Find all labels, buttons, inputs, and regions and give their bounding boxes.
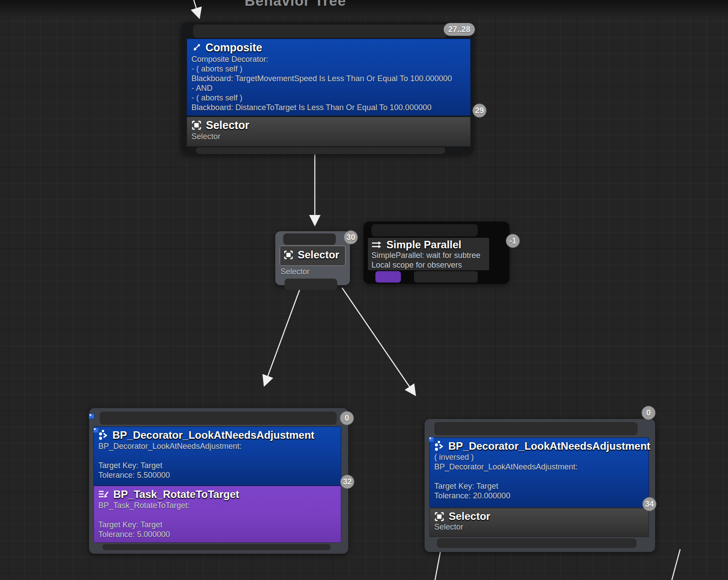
node-body-line: Tolerance: 20.000000 <box>430 491 649 501</box>
composite-decorator-panel[interactable]: Composite Composite Decorator: - ( abort… <box>187 39 471 116</box>
task-output-pin[interactable] <box>375 271 401 283</box>
input-connector-strip[interactable] <box>434 422 638 435</box>
node-decorator-selector[interactable]: BP_Decorator_LookAtNeedsAdjustment ( inv… <box>425 419 655 552</box>
input-connector-strip[interactable] <box>283 233 336 245</box>
input-connector-strip[interactable] <box>100 412 337 425</box>
output-connector-strip[interactable] <box>285 279 337 290</box>
node-body-line: BP_Task_RotateToTarget: <box>94 501 341 510</box>
graph-top-band <box>0 0 728 16</box>
selector-icon <box>283 250 294 260</box>
output-connector-strip[interactable] <box>102 544 331 550</box>
node-simple-parallel[interactable]: Simple Parallel SimpleParallel: wait for… <box>364 222 509 284</box>
exec-index-badge: 0 <box>340 411 354 425</box>
node-title: BP_Decorator_LookAtNeedsAdjustment <box>112 429 314 441</box>
node-title: Composite <box>205 41 262 54</box>
wire-root-to-composite <box>193 0 199 17</box>
node-body-line: - AND <box>187 83 470 93</box>
exec-index-badge: 0 <box>642 406 656 420</box>
node-body-line <box>430 472 649 481</box>
exec-index-badge: 34 <box>642 497 656 511</box>
node-body-line: BP_Decorator_LookAtNeedsAdjustment: <box>430 462 649 472</box>
exec-index-badge: -1 <box>506 234 520 248</box>
node-body-line: Tolerance: 5.000000 <box>94 530 341 539</box>
exec-index-badge: 27..28 <box>443 23 475 36</box>
composite-selector-panel[interactable]: Selector Selector <box>187 117 471 147</box>
node-body-line: Target Key: Target <box>430 481 649 491</box>
node-body-line: ( inversed ) <box>430 452 649 462</box>
node-decorator-rotate-to-target[interactable]: BP_Decorator_LookAtNeedsAdjustment BP_De… <box>89 408 348 554</box>
blueprint-decorator-icon <box>434 440 444 452</box>
behavior-tree-graph-canvas[interactable]: Behavior Tree C <box>0 0 728 580</box>
input-connector-strip[interactable] <box>193 25 447 38</box>
node-body-line: Target Key: Target <box>94 461 341 470</box>
bp-decorator-panel[interactable]: BP_Decorator_LookAtNeedsAdjustment ( inv… <box>429 437 649 508</box>
node-body-line: Blackboard: TargetMovementSpeed Is Less … <box>187 74 470 83</box>
node-body-line <box>94 451 341 461</box>
node-body-line: - ( aborts self ) <box>187 93 470 103</box>
node-body-line: Composite Decorator: <box>187 54 470 64</box>
blueprint-decorator-icon <box>98 430 108 441</box>
wire-selector-to-left-node <box>265 288 300 384</box>
simple-parallel-title-panel[interactable]: Simple Parallel SimpleParallel: wait for… <box>368 238 489 270</box>
wire-right-node-child-2 <box>671 549 680 580</box>
node-body-line: Target Key: Target <box>94 520 341 530</box>
wire-right-node-child-1 <box>435 549 441 580</box>
node-body-line <box>94 510 341 520</box>
blue-marker-icon <box>429 437 434 442</box>
selector-icon <box>191 120 202 131</box>
subtree-output-pin[interactable] <box>414 271 478 283</box>
node-title: Selector <box>449 510 490 523</box>
blue-marker-icon <box>89 413 94 419</box>
node-title: BP_Task_RotateToTarget <box>113 488 239 501</box>
node-body-line: BP_Decorator_LookAtNeedsAdjustment: <box>94 441 341 451</box>
node-selector-mid[interactable]: Selector Selector <box>275 231 350 285</box>
node-subtitle: Selector <box>276 267 314 277</box>
node-body-line: SimpleParallel: wait for subtree <box>368 251 489 261</box>
bp-decorator-panel[interactable]: BP_Decorator_LookAtNeedsAdjustment BP_De… <box>94 426 341 486</box>
simple-parallel-icon <box>371 240 382 250</box>
node-title: Simple Parallel <box>386 239 461 251</box>
composite-decorator-icon <box>191 43 202 53</box>
node-title: Selector <box>206 119 249 132</box>
node-body-line: Tolerance: 5.500000 <box>94 470 341 480</box>
graph-watermark: Behavior Tree <box>245 0 346 9</box>
exec-index-badge: 32 <box>340 475 354 489</box>
selector-icon <box>434 511 445 522</box>
blue-marker-icon <box>93 427 99 433</box>
node-title: BP_Decorator_LookAtNeedsAdjustment <box>448 440 650 452</box>
selector-title-panel[interactable]: Selector <box>280 246 346 266</box>
node-title: Selector <box>298 249 339 261</box>
node-subtitle: Selector <box>430 523 649 532</box>
exec-index-badge: 30 <box>344 230 358 244</box>
wire-selector-to-right-node <box>342 288 414 394</box>
selector-panel[interactable]: Selector Selector <box>429 508 649 537</box>
input-connector-strip[interactable] <box>371 224 478 236</box>
node-composite-selector[interactable]: Composite Composite Decorator: - ( abort… <box>181 22 473 154</box>
node-subtitle: Selector <box>187 132 470 142</box>
output-connector-strip[interactable] <box>437 538 637 548</box>
bp-task-panel[interactable]: BP_Task_RotateToTarget BP_Task_RotateToT… <box>94 486 341 543</box>
exec-index-badge: 29 <box>472 104 487 118</box>
output-connector-strip[interactable] <box>196 147 445 154</box>
node-body-line: Blackboard: DistanceToTarget Is Less Tha… <box>187 103 470 112</box>
node-body-line: - ( aborts self ) <box>187 64 470 74</box>
node-body-line: Local scope for observers <box>368 261 489 270</box>
blueprint-task-icon <box>98 489 109 500</box>
